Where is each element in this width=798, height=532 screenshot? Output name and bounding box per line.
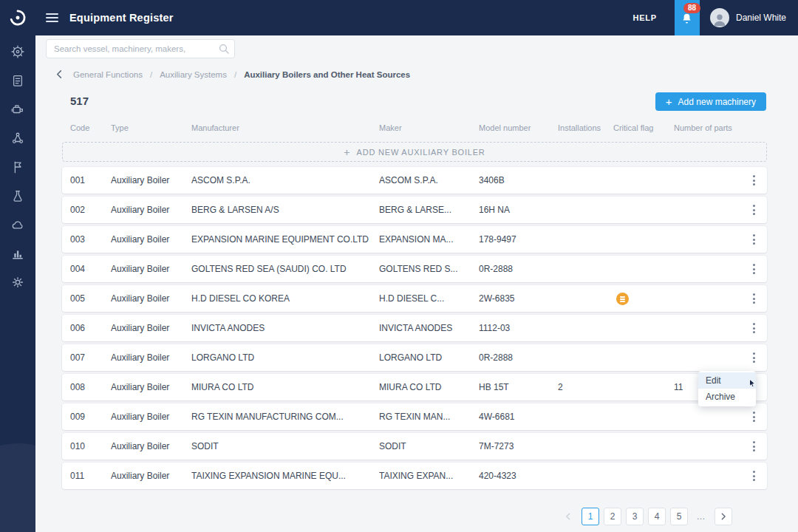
column-header-model-number: Model number [479,123,558,132]
table-row[interactable]: 008 Auxiliary Boiler MIURA CO LTD MIURA … [62,374,767,400]
breadcrumb-separator: / [234,70,236,79]
search-input[interactable] [46,39,235,58]
chevron-left-icon [55,69,64,79]
table-row[interactable]: 003 Auxiliary Boiler EXPANSION MARINE EQ… [62,226,767,253]
column-header-critical-flag: Critical flag [613,123,674,132]
cell-code: 008 [70,382,111,392]
sidebar-item-machinery[interactable] [0,103,35,116]
sidebar-item-settings[interactable] [0,276,35,289]
row-menu-icon[interactable] [748,171,760,190]
cell-maker: RG TEXIN MAN... [379,412,479,422]
pagination-page-2[interactable]: 2 [604,508,621,525]
row-menu-icon[interactable] [748,318,760,338]
table-row[interactable]: 005 Auxiliary Boiler H.D DIESEL CO KOREA… [62,285,767,312]
cell-type: Auxiliary Boiler [111,264,191,274]
cell-type: Auxiliary Boiler [111,234,191,245]
row-menu-icon[interactable] [748,289,760,308]
cell-critical-flag [613,292,674,306]
notifications-button[interactable]: 88 [675,0,700,35]
pagination-ellipsis: … [692,508,710,525]
column-header-maker: Maker [379,123,479,132]
breadcrumb-current: Auxiliary Boilers and Other Heat Sources [244,70,410,79]
flag-icon [11,160,24,174]
row-menu-icon[interactable] [748,348,760,367]
table-row[interactable]: 011 Auxiliary Boiler TAIXING EXPANSION M… [62,463,767,489]
menu-icon[interactable] [46,13,58,22]
table-row[interactable]: 007 Auxiliary Boiler LORGANO LTD LORGANO… [62,344,767,371]
app-logo[interactable] [0,0,35,35]
pagination-next-button[interactable] [715,508,732,525]
row-menu-icon[interactable] [748,466,760,485]
logo-icon [8,8,27,27]
cell-manufacturer: INVICTA ANODES [191,323,379,333]
pagination-page-3[interactable]: 3 [626,508,644,525]
topbar: Equipment Register HELP 88 Daniel White [0,0,798,35]
flask-icon [11,189,24,202]
cell-maker: SODIT [379,441,479,451]
pagination-page-1[interactable]: 1 [582,508,599,525]
column-header-type: Type [111,123,191,132]
cell-code: 011 [70,471,111,481]
sidebar-item-cloud[interactable] [0,218,35,231]
table-row[interactable]: 004 Auxiliary Boiler GOLTENS RED SEA (SA… [62,256,767,282]
table-row[interactable]: 006 Auxiliary Boiler INVICTA ANODES INVI… [62,315,767,341]
cell-type: Auxiliary Boiler [111,293,191,304]
context-menu-item-archive[interactable]: Archive [698,389,756,405]
edit-label: Edit [706,375,721,386]
table-row[interactable]: 002 Auxiliary Boiler BERG & LARSEN A/S B… [62,197,767,223]
breadcrumb-item[interactable]: General Functions [73,70,143,79]
cell-maker: GOLTENS RED S... [379,264,479,274]
cell-type: Auxiliary Boiler [111,205,191,215]
cell-manufacturer: H.D DIESEL CO KOREA [191,293,379,304]
row-menu-icon[interactable] [748,230,760,249]
sidebar-item-vessels[interactable] [0,45,35,58]
back-button[interactable] [55,69,64,79]
total-count: 517 [70,95,89,107]
row-menu-icon[interactable] [748,437,760,456]
search-bar [46,39,235,58]
cell-model-number: 3406B [479,175,558,185]
chart-icon [11,247,24,260]
cell-installations: 2 [558,382,613,392]
table-row[interactable]: 009 Auxiliary Boiler RG TEXIN MANUFACTUR… [62,403,767,430]
sidebar-item-register[interactable] [0,74,35,87]
sidebar-item-analytics[interactable] [0,247,35,260]
add-new-auxiliary-boiler-row[interactable]: + ADD NEW AUXILIARY BOILER [62,142,767,162]
pagination-page-4[interactable]: 4 [648,508,666,525]
chevron-right-icon [719,512,728,521]
sidebar-item-reports[interactable] [0,160,35,174]
cell-maker: EXPANSION MA... [379,234,479,245]
breadcrumb-item[interactable]: Auxiliary Systems [160,70,227,79]
network-icon [11,132,24,145]
plus-icon: + [666,96,672,107]
page-title: Equipment Register [69,12,174,24]
cell-code: 003 [70,234,111,245]
row-menu-icon[interactable] [748,200,760,219]
sidebar-item-systems[interactable] [0,132,35,145]
cell-manufacturer: MIURA CO LTD [191,382,379,392]
cell-code: 002 [70,205,111,215]
pagination-prev-button[interactable] [559,508,577,525]
column-header-installations: Installations [558,123,613,132]
column-header-code: Code [70,123,111,132]
cell-type: Auxiliary Boiler [111,471,191,481]
add-new-machinery-button[interactable]: + Add new machinery [655,92,766,111]
pagination-page-5[interactable]: 5 [670,508,688,525]
user-name[interactable]: Daniel White [736,13,786,23]
help-button[interactable]: HELP [632,13,657,22]
row-menu-icon[interactable] [748,407,760,426]
context-menu-item-edit[interactable]: Edit [698,372,756,389]
cell-code: 010 [70,441,111,451]
cell-code: 007 [70,352,111,363]
cell-manufacturer: LORGANO LTD [191,352,379,363]
avatar[interactable] [710,8,729,27]
sidebar-item-samples[interactable] [0,189,35,202]
cell-manufacturer: ASCOM S.P.A. [191,175,379,185]
bell-icon [681,12,693,24]
table-row[interactable]: 010 Auxiliary Boiler SODIT SODIT 7M-7273 [62,433,767,460]
table-row[interactable]: 001 Auxiliary Boiler ASCOM S.P.A. ASCOM … [62,167,767,194]
row-menu-icon[interactable] [748,259,760,279]
cell-type: Auxiliary Boiler [111,323,191,333]
cell-maker: MIURA CO LTD [379,382,479,392]
cell-type: Auxiliary Boiler [111,412,191,422]
